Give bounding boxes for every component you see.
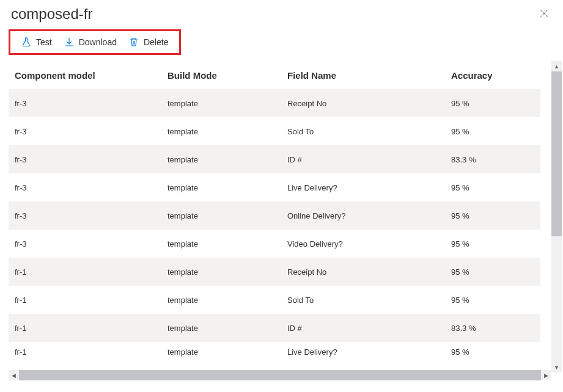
cell-build-mode: template xyxy=(167,155,287,164)
cell-field-name: Sold To xyxy=(287,127,451,136)
cell-component-model: fr-1 xyxy=(15,324,167,333)
cell-component-model: fr-3 xyxy=(15,211,167,220)
cell-accuracy: 95 % xyxy=(451,296,534,305)
cell-field-name: ID # xyxy=(287,324,451,333)
cell-accuracy: 95 % xyxy=(451,99,534,108)
col-accuracy[interactable]: Accuracy xyxy=(451,70,534,81)
cell-build-mode: template xyxy=(167,127,287,136)
table-row[interactable]: fr-3 template Sold To 95 % xyxy=(9,117,540,145)
horizontal-scroll-thumb[interactable] xyxy=(19,370,541,380)
scroll-left-arrow[interactable]: ◀ xyxy=(9,370,19,380)
horizontal-scrollbar[interactable]: ◀ ▶ xyxy=(9,370,551,380)
cell-component-model: fr-1 xyxy=(15,296,167,305)
cell-component-model: fr-3 xyxy=(15,127,167,136)
scroll-right-arrow[interactable]: ▶ xyxy=(541,370,551,380)
table-row[interactable]: fr-1 template Sold To 95 % xyxy=(9,286,540,314)
cell-build-mode: template xyxy=(167,296,287,305)
download-label: Download xyxy=(79,37,117,47)
cell-component-model: fr-1 xyxy=(15,347,167,357)
cell-field-name: Online Delivery? xyxy=(287,211,451,220)
page-title: composed-fr xyxy=(11,5,92,23)
cell-build-mode: template xyxy=(167,347,287,357)
cell-component-model: fr-3 xyxy=(15,183,167,192)
cell-build-mode: template xyxy=(167,99,287,108)
table-row[interactable]: fr-1 template Live Delivery? 95 % xyxy=(9,342,540,361)
delete-button[interactable]: Delete xyxy=(129,37,168,47)
table-row[interactable]: fr-3 template ID # 83.3 % xyxy=(9,145,540,173)
cell-accuracy: 83.3 % xyxy=(451,324,534,333)
trash-icon xyxy=(129,37,139,47)
cell-accuracy: 95 % xyxy=(451,211,534,220)
flask-icon xyxy=(21,37,31,47)
col-field-name[interactable]: Field Name xyxy=(287,70,451,81)
cell-field-name: Sold To xyxy=(287,296,451,305)
cell-accuracy: 83.3 % xyxy=(451,155,534,164)
cell-field-name: Live Delivery? xyxy=(287,347,451,357)
cell-build-mode: template xyxy=(167,239,287,249)
cell-component-model: fr-1 xyxy=(15,267,167,277)
cell-component-model: fr-3 xyxy=(15,99,167,108)
close-button[interactable] xyxy=(536,5,552,23)
test-label: Test xyxy=(36,37,52,47)
cell-accuracy: 95 % xyxy=(451,267,534,277)
cell-build-mode: template xyxy=(167,183,287,192)
table-row[interactable]: fr-3 template Video Delivery? 95 % xyxy=(9,230,540,258)
table-row[interactable]: fr-3 template Online Delivery? 95 % xyxy=(9,201,540,230)
command-bar: Test Download Delete xyxy=(9,29,181,55)
cell-accuracy: 95 % xyxy=(451,239,534,249)
download-button[interactable]: Download xyxy=(64,37,117,47)
table-header: Component model Build Mode Field Name Ac… xyxy=(9,61,540,89)
col-component-model[interactable]: Component model xyxy=(15,70,167,81)
cell-field-name: Receipt No xyxy=(287,267,451,277)
delete-label: Delete xyxy=(144,37,168,47)
cell-accuracy: 95 % xyxy=(451,127,534,136)
cell-accuracy: 95 % xyxy=(451,183,534,192)
table-row[interactable]: fr-3 template Live Delivery? 95 % xyxy=(9,173,540,201)
cell-build-mode: template xyxy=(167,324,287,333)
cell-field-name: Live Delivery? xyxy=(287,183,451,192)
cell-component-model: fr-3 xyxy=(15,155,167,164)
table-row[interactable]: fr-1 template Receipt No 95 % xyxy=(9,258,540,286)
download-icon xyxy=(64,37,74,47)
cell-build-mode: template xyxy=(167,267,287,277)
test-button[interactable]: Test xyxy=(21,37,52,47)
cell-field-name: ID # xyxy=(287,155,451,164)
close-icon xyxy=(540,9,548,18)
cell-field-name: Receipt No xyxy=(287,99,451,108)
cell-component-model: fr-3 xyxy=(15,239,167,249)
cell-build-mode: template xyxy=(167,211,287,220)
vertical-scroll-thumb[interactable] xyxy=(551,71,562,236)
cell-accuracy: 95 % xyxy=(451,347,534,357)
table-row[interactable]: fr-1 template ID # 83.3 % xyxy=(9,314,540,342)
scroll-up-arrow[interactable]: ▲ xyxy=(551,61,562,71)
scroll-down-arrow[interactable]: ▼ xyxy=(551,362,562,372)
cell-field-name: Video Delivery? xyxy=(287,239,451,249)
col-build-mode[interactable]: Build Mode xyxy=(167,70,287,81)
vertical-scrollbar[interactable]: ▲ ▼ xyxy=(551,61,562,372)
table-row[interactable]: fr-3 template Receipt No 95 % xyxy=(9,89,540,117)
component-table: Component model Build Mode Field Name Ac… xyxy=(9,61,540,361)
